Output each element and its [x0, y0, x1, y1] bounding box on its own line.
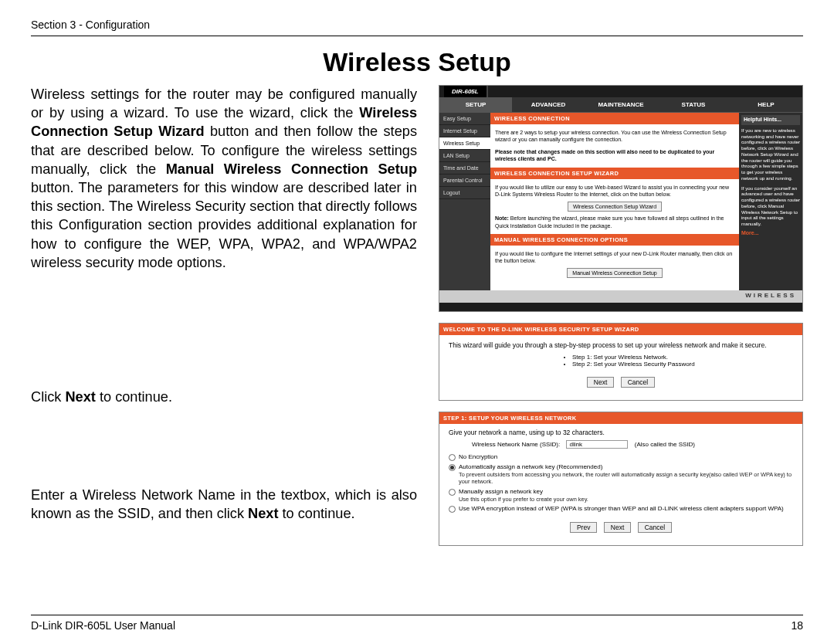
radio-icon: [449, 454, 456, 461]
page-number: 18: [791, 619, 803, 632]
help-text-2: If you consider yourself an advanced use…: [741, 185, 800, 227]
router-admin-screenshot: DIR-605L SETUP ADVANCED MAINTENANCE STAT…: [439, 85, 803, 312]
ssid-input[interactable]: dlink: [566, 440, 628, 449]
wireless-wizard-button[interactable]: Wireless Connection Setup Wizard: [568, 202, 662, 212]
tab-setup[interactable]: SETUP: [439, 97, 512, 112]
radio-icon: [449, 489, 456, 496]
wiz2-title: STEP 1: SETUP YOUR WIRELESS NETWORK: [439, 412, 802, 424]
radio-icon: [449, 506, 456, 513]
tab-bar: SETUP ADVANCED MAINTENANCE STATUS HELP: [439, 97, 802, 113]
manual-connection-button[interactable]: Manual Wireless Connection Setup: [567, 268, 662, 278]
sidebar-easy-setup[interactable]: Easy Setup: [439, 113, 490, 125]
wiz2-text: Give your network a name, using up to 32…: [449, 429, 793, 436]
divider: [31, 615, 803, 615]
page-footer: D-Link DIR-605L User Manual 18: [31, 615, 803, 632]
help-title: Helpful Hints...: [741, 115, 800, 125]
tab-help[interactable]: HELP: [730, 97, 802, 112]
sidebar-lan-setup[interactable]: LAN Setup: [439, 150, 490, 162]
wiz2-next-button[interactable]: Next: [604, 522, 631, 533]
wiz1-next-button[interactable]: Next: [587, 377, 614, 388]
help-panel: Helpful Hints... If you are new to wirel…: [739, 113, 802, 290]
tab-status[interactable]: STATUS: [657, 97, 730, 112]
opt-manual-key[interactable]: Manually assign a network key: [449, 488, 793, 496]
wiz1-text: This wizard will guide you through a ste…: [449, 341, 793, 349]
sec-wizard-title: WIRELESS CONNECTION SETUP WIZARD: [490, 168, 739, 179]
help-more-link[interactable]: More...: [741, 230, 800, 237]
radio-icon: [449, 464, 456, 471]
manual-title: D-Link DIR-605L User Manual: [31, 619, 175, 632]
sec-wireless-connection-title: WIRELESS CONNECTION: [490, 113, 739, 124]
sec3-text: If you would like to configure the Inter…: [495, 250, 734, 265]
opt-use-wpa[interactable]: Use WPA encryption instead of WEP (WPA i…: [449, 505, 793, 513]
opt-manual-key-sub: Use this option if you prefer to create …: [449, 496, 793, 503]
sidebar-internet-setup[interactable]: Internet Setup: [439, 125, 490, 137]
sec-manual-title: MANUAL WIRELESS CONNECTION OPTIONS: [490, 234, 739, 246]
wiz2-cancel-button[interactable]: Cancel: [638, 522, 672, 533]
sec2-note: Note: Before launching the wizard, pleas…: [495, 215, 734, 229]
page-title: Wireless Setup: [31, 47, 803, 77]
tab-advanced[interactable]: ADVANCED: [512, 97, 585, 112]
ssid-paragraph: Enter a Wireless Network Name in the tex…: [31, 486, 417, 523]
wizard-step1-screenshot: STEP 1: SETUP YOUR WIRELESS NETWORK Give…: [439, 412, 803, 546]
wiz2-prev-button[interactable]: Prev: [570, 522, 597, 533]
opt-no-encryption[interactable]: No Encryption: [449, 453, 793, 461]
wiz1-cancel-button[interactable]: Cancel: [621, 377, 655, 388]
main-panel: WIRELESS CONNECTION There are 2 ways to …: [490, 113, 739, 290]
sec1-note: Please note that changes made on this se…: [495, 148, 734, 163]
product-label: DIR-605L: [444, 86, 488, 97]
help-text-1: If you are new to wireless networking an…: [741, 127, 800, 181]
sidebar-wireless-setup[interactable]: Wireless Setup: [439, 137, 490, 150]
sec2-text: If you would like to utilize our easy to…: [495, 184, 734, 198]
sidebar-parental[interactable]: Parental Control: [439, 175, 490, 187]
section-header: Section 3 - Configuration: [31, 19, 803, 31]
router-footer-label: WIRELESS: [439, 290, 802, 303]
click-next-paragraph: Click Next to continue.: [31, 388, 417, 406]
divider: [31, 36, 803, 36]
sidebar-logout[interactable]: Logout: [439, 187, 490, 199]
intro-paragraph: Wireless settings for the router may be …: [31, 85, 417, 272]
sidebar: Easy Setup Internet Setup Wireless Setup…: [439, 113, 490, 290]
wiz1-step2: Step 2: Set your Wireless Security Passw…: [572, 361, 793, 368]
wizard-welcome-screenshot: WELCOME TO THE D-LINK WIRELESS SECURITY …: [439, 323, 803, 401]
ssid-label: Wireless Network Name (SSID):: [472, 441, 560, 448]
sidebar-time-date[interactable]: Time and Date: [439, 162, 490, 175]
opt-auto-key-sub: To prevent outsiders from accessing you …: [449, 471, 793, 486]
wiz1-step1: Step 1: Set your Wireless Network.: [572, 354, 793, 361]
wiz1-title: WELCOME TO THE D-LINK WIRELESS SECURITY …: [439, 324, 802, 335]
tab-maintenance[interactable]: MAINTENANCE: [585, 97, 657, 112]
body-text-column: Wireless settings for the router may be …: [31, 85, 417, 557]
opt-auto-key[interactable]: Automatically assign a network key (Reco…: [449, 463, 793, 471]
sec1-text: There are 2 ways to setup your wireless …: [495, 129, 734, 144]
ssid-hint: (Also called the SSID): [635, 441, 695, 448]
